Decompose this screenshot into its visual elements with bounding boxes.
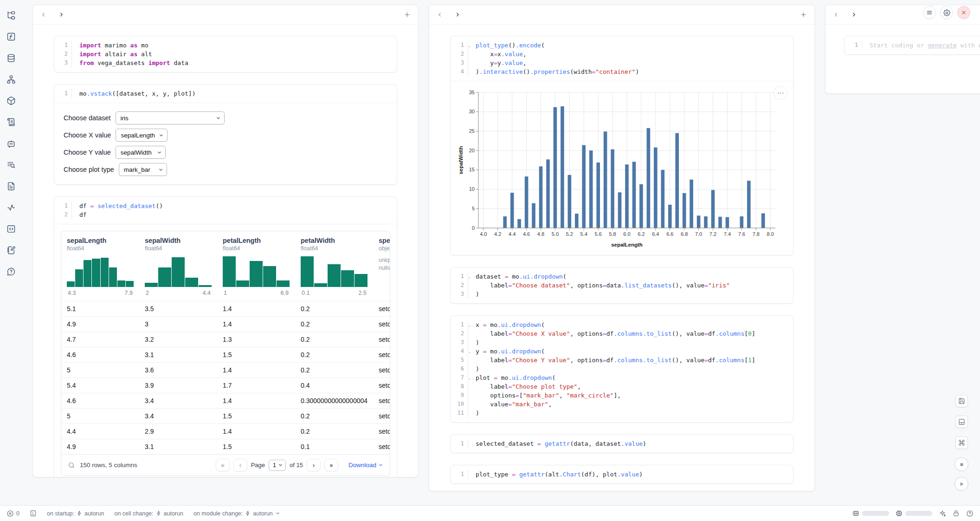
sidebar-function-button[interactable] xyxy=(4,30,18,44)
code-line[interactable]: 3) xyxy=(451,290,793,299)
prev-page-button[interactable]: ‹ xyxy=(233,459,247,471)
code-line[interactable]: 2import altair as alt xyxy=(54,50,397,59)
memory-meter[interactable] xyxy=(852,510,889,517)
code-editor-placeholder[interactable]: Start coding or generate with AI xyxy=(862,41,980,50)
svg-text:6.2: 6.2 xyxy=(638,231,645,237)
cpu-meter[interactable] xyxy=(896,510,932,517)
code-cell-selected-dataset[interactable]: 1selected_dataset = getattr(data, datase… xyxy=(450,434,793,453)
code-line[interactable]: 1df = selected_dataset() xyxy=(54,202,397,210)
error-count[interactable]: 0 xyxy=(6,510,19,517)
autorun-setting-1[interactable]: on cell change: autorun xyxy=(114,510,183,517)
altair-bar-chart[interactable]: 4.04.24.44.64.85.05.25.45.65.86.06.26.46… xyxy=(457,87,782,250)
page-select[interactable]: 1 xyxy=(269,460,286,471)
sidebar-dependency-graph-button[interactable] xyxy=(4,72,18,86)
search-icon[interactable] xyxy=(68,462,75,469)
sidebar-activity-button[interactable] xyxy=(4,201,18,215)
autorun-setting-2[interactable]: on module change: autorun xyxy=(193,510,280,517)
sidebar-snippets-button[interactable] xyxy=(4,222,18,236)
code-line[interactable]: 8 label="Choose plot type", xyxy=(451,382,793,391)
code-line[interactable]: 1⌄plot_type().encode( xyxy=(451,41,793,50)
sidebar-script-button[interactable] xyxy=(4,115,18,129)
code-line[interactable]: 9 options=["mark_bar", "mark_circle"], xyxy=(451,391,793,400)
dataset-select[interactable]: iris xyxy=(116,111,225,124)
column-header[interactable]: petalLengthfloat64 xyxy=(217,231,295,252)
code-line[interactable]: 1plot_type = getattr(alt.Chart(df), plot… xyxy=(451,470,793,479)
save-button[interactable] xyxy=(955,395,968,407)
code-line[interactable]: 3) xyxy=(451,338,793,347)
column-header[interactable]: sepalLengthfloat64 xyxy=(61,231,139,252)
code-cell-vstack[interactable]: 1mo.vstack([dataset, x, y, plot]) Choose… xyxy=(54,84,397,185)
nav-back-button[interactable] xyxy=(833,12,839,18)
code-line[interactable]: 2df xyxy=(54,210,397,219)
code-cell-plot-type[interactable]: 1plot_type = getattr(alt.Chart(df), plot… xyxy=(450,465,793,484)
stop-button[interactable] xyxy=(954,457,968,471)
code-line[interactable]: 5 label="Choose Y value", options=df.col… xyxy=(451,356,793,365)
code-line[interactable]: 3 y=y.value, xyxy=(451,59,793,67)
column-header[interactable]: petalWidthfloat64 xyxy=(295,231,373,252)
code-line[interactable]: 2 x=x.value, xyxy=(451,50,793,59)
column-header[interactable]: sepalWidthfloat64 xyxy=(139,231,217,252)
code-cell-plot[interactable]: 1⌄plot_type().encode(2 x=x.value,3 y=y.v… xyxy=(450,36,793,255)
svg-text:25: 25 xyxy=(469,128,475,134)
shortcuts-button[interactable] xyxy=(955,436,968,449)
last-page-button[interactable]: » xyxy=(324,459,338,471)
chart-menu-button[interactable] xyxy=(774,86,787,100)
help-button[interactable] xyxy=(966,510,974,517)
generate-link[interactable]: generate xyxy=(928,42,957,49)
code-line[interactable]: 7⌄plot = mo.ui.dropdown( xyxy=(451,373,793,382)
code-line[interactable]: 11) xyxy=(451,409,793,417)
sidebar-search-list-button[interactable] xyxy=(4,158,18,172)
add-cell-button[interactable] xyxy=(404,11,411,18)
code-cell-dataframe[interactable]: 1df = selected_dataset()2df sepalLengthf… xyxy=(54,196,397,477)
nav-back-button[interactable] xyxy=(40,12,46,18)
settings-button[interactable] xyxy=(940,6,953,19)
table-scroll-area[interactable]: sepalLengthfloat64sepalWidthfloat64petal… xyxy=(61,231,390,454)
sidebar-chatbot-button[interactable] xyxy=(4,137,18,150)
column-header[interactable]: speciesobject xyxy=(373,231,390,252)
code-line[interactable]: 4).interactive().properties(width="conta… xyxy=(451,67,793,76)
package-icon xyxy=(6,96,16,105)
x-value-select[interactable]: sepalLength xyxy=(116,129,168,142)
first-page-button[interactable]: « xyxy=(216,459,230,471)
sidebar-package-button[interactable] xyxy=(4,94,18,108)
run-button[interactable] xyxy=(954,477,968,491)
script-icon xyxy=(6,117,16,127)
nav-back-button[interactable] xyxy=(437,12,443,18)
terminal-button[interactable] xyxy=(30,510,37,517)
code-line[interactable]: 1mo.vstack([dataset, x, y, plot]) xyxy=(54,89,397,98)
download-button[interactable]: Download xyxy=(348,462,383,469)
code-line[interactable]: 2 label="Choose X value", options=df.col… xyxy=(451,329,793,338)
code-line[interactable]: 4⌄y = mo.ui.dropdown( xyxy=(451,347,793,356)
sidebar-help-button[interactable] xyxy=(4,265,18,279)
sidebar-database-button[interactable] xyxy=(4,51,18,65)
empty-code-cell[interactable]: 1 Start coding or generate with AI xyxy=(844,36,980,55)
sidebar-file-tree-button[interactable] xyxy=(4,8,18,22)
y-value-select[interactable]: sepalWidth xyxy=(116,146,166,159)
code-line[interactable]: 6) xyxy=(451,365,793,373)
ai-button[interactable] xyxy=(939,510,946,517)
autorun-setting-0[interactable]: on startup: autorun xyxy=(47,510,104,517)
code-line[interactable]: 1selected_dataset = getattr(data, datase… xyxy=(451,439,793,448)
code-line[interactable]: 10 value="mark_bar", xyxy=(451,400,793,409)
nav-forward-button[interactable] xyxy=(455,12,461,18)
lock-button[interactable] xyxy=(953,510,960,517)
code-line[interactable]: 1⌄x = mo.ui.dropdown( xyxy=(451,320,793,329)
nav-forward-button[interactable] xyxy=(58,12,64,18)
sidebar-scratchpad-button[interactable] xyxy=(4,243,18,257)
code-line[interactable]: 2 label="Choose dataset", options=data.l… xyxy=(451,281,793,290)
plot-type-select[interactable]: mark_bar xyxy=(119,163,167,176)
close-button[interactable] xyxy=(957,6,970,19)
next-page-button[interactable]: › xyxy=(307,459,321,471)
code-cell-dataset-dropdown[interactable]: 1⌄dataset = mo.ui.dropdown(2 label="Choo… xyxy=(450,267,793,304)
layout-button[interactable] xyxy=(955,416,968,428)
code-line[interactable]: 3from vega_datasets import data xyxy=(54,59,397,67)
code-cell-xy-plot-dropdowns[interactable]: 1⌄x = mo.ui.dropdown(2 label="Choose X v… xyxy=(450,315,793,423)
code-line[interactable]: 1⌄dataset = mo.ui.dropdown( xyxy=(451,272,793,281)
sidebar-document-button[interactable] xyxy=(4,179,18,193)
add-cell-button[interactable] xyxy=(800,11,807,18)
code-cell-imports[interactable]: 1import marimo as mo2import altair as al… xyxy=(54,36,397,72)
menu-button[interactable] xyxy=(923,6,936,19)
code-line[interactable]: 1import marimo as mo xyxy=(54,41,397,50)
code-line[interactable]: 1 Start coding or generate with AI xyxy=(845,41,980,50)
nav-forward-button[interactable] xyxy=(851,12,857,18)
